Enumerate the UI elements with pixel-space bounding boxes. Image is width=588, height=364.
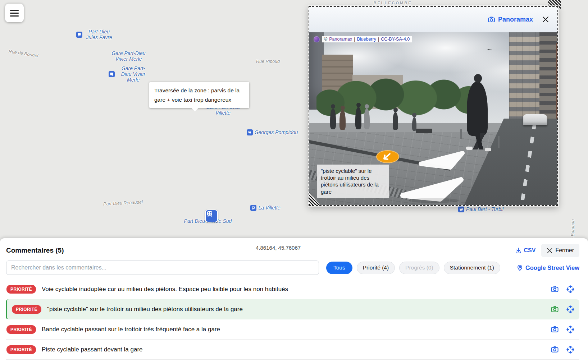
close-panel-button[interactable]: Fermer xyxy=(541,244,579,257)
hamburger-icon xyxy=(10,10,19,17)
panoramax-brand-label: Panoramax xyxy=(498,16,533,23)
comment-row[interactable]: PRIORITÉ Voie cyclable inadaptée car au … xyxy=(6,279,579,299)
locate-on-map-button[interactable] xyxy=(566,285,575,294)
search-input[interactable] xyxy=(6,261,319,275)
pedestrian-crossing-head xyxy=(474,74,482,83)
panorama-close-button[interactable] xyxy=(539,13,552,26)
comment-text: "piste cyclable" sur le trottoir au mili… xyxy=(47,306,546,313)
camera-icon xyxy=(488,16,495,23)
photo-bollard xyxy=(460,129,462,139)
photo-building xyxy=(509,32,541,125)
pedestrian xyxy=(364,109,370,129)
comment-text: Bande cyclable passant sur le trottoir t… xyxy=(42,326,546,333)
comments-title: Commentaires (5) xyxy=(6,246,64,254)
pedestrian xyxy=(339,110,346,130)
panoramax-header: Panoramax xyxy=(309,7,557,32)
filter-pill-progr-s: Progrès (0) xyxy=(399,262,439,274)
map-tooltip: Traversée de la zone : parvis de la gare… xyxy=(149,82,249,108)
photo-caption-text: "piste cyclable" sur le trottoir au mili… xyxy=(321,168,379,195)
menu-button[interactable] xyxy=(5,4,24,22)
attribution-separator: | xyxy=(378,37,379,42)
comments-list: PRIORITÉ Voie cyclable inadaptée car au … xyxy=(6,279,579,360)
comment-row[interactable]: PRIORITÉ "piste cyclable" sur le trottoi… xyxy=(6,299,579,319)
map-tooltip-text: Traversée de la zone : parvis de la gare… xyxy=(154,87,240,103)
photo-caption: "piste cyclable" sur le trottoir au mili… xyxy=(317,165,389,198)
priority-badge: PRIORITÉ xyxy=(6,285,36,294)
google-street-view-label: Google Street View xyxy=(525,264,579,271)
csv-download-button[interactable]: CSV xyxy=(515,247,536,254)
view-photo-button[interactable] xyxy=(550,285,559,294)
attribution-license-link[interactable]: CC-BY-SA-4.0 xyxy=(381,37,410,42)
photo-car xyxy=(523,114,547,125)
comments-panel-header: Commentaires (5) 4.86164, 45.76067 CSV F… xyxy=(6,243,579,258)
filter-pill-stationnement[interactable]: Stationnement (1) xyxy=(444,262,500,274)
close-icon xyxy=(542,15,550,23)
metro-station-icon xyxy=(205,209,218,222)
filter-pill-tous[interactable]: Tous xyxy=(326,262,352,274)
street-view-photo[interactable]: © Panoramax | Blueberry | CC-BY-SA-4.0 "… xyxy=(309,32,557,205)
photo-attribution: © Panoramax | Blueberry | CC-BY-SA-4.0 xyxy=(314,36,412,42)
close-icon xyxy=(547,248,553,254)
panoramax-brand-link[interactable]: Panoramax xyxy=(488,16,533,23)
map-coordinates: 4.86164, 45.76067 xyxy=(256,245,301,251)
comment-text: Piste cyclable passant devant la gare xyxy=(42,346,546,353)
priority-badge: PRIORITÉ xyxy=(12,305,41,314)
locate-on-map-button[interactable] xyxy=(566,305,575,314)
download-icon xyxy=(515,247,522,254)
pedestrian xyxy=(355,107,361,129)
panoramax-logo-icon xyxy=(314,36,320,42)
csv-label: CSV xyxy=(524,247,536,254)
photo-bollard xyxy=(498,136,500,148)
filter-pill-priorit[interactable]: Priorité (4) xyxy=(357,262,395,274)
nav-arrow-mid[interactable] xyxy=(417,149,468,170)
comments-panel: Commentaires (5) 4.86164, 45.76067 CSV F… xyxy=(0,238,588,364)
locate-on-map-button[interactable] xyxy=(566,325,575,334)
copyright-symbol: © xyxy=(324,37,327,42)
view-photo-button[interactable] xyxy=(550,345,559,354)
pedestrian xyxy=(330,109,336,129)
view-photo-button[interactable] xyxy=(550,325,559,334)
pedestrian-crossing xyxy=(467,82,488,136)
priority-badge: PRIORITÉ xyxy=(6,325,36,334)
photo-position-marker[interactable] xyxy=(375,149,400,164)
view-photo-button[interactable] xyxy=(550,305,559,314)
comment-row[interactable]: PRIORITÉ Piste cyclable passant devant l… xyxy=(6,340,579,360)
attribution-separator: | xyxy=(354,37,355,42)
google-street-view-link[interactable]: Google Street View xyxy=(516,264,579,271)
comment-text: Voie cyclable inadaptée car au milieu de… xyxy=(42,286,546,293)
pedestrian-shoe xyxy=(485,148,491,151)
locate-on-map-button[interactable] xyxy=(566,345,575,354)
filter-group: TousPriorité (4)Progrès (0)Stationnement… xyxy=(326,262,500,274)
comments-controls: TousPriorité (4)Progrès (0)Stationnement… xyxy=(6,260,579,276)
comment-row[interactable]: PRIORITÉ Bande cyclable passant sur le t… xyxy=(6,319,579,340)
panoramax-panel: Panoramax xyxy=(309,6,558,206)
close-panel-label: Fermer xyxy=(555,247,574,254)
pedestrian xyxy=(393,112,398,130)
photo-bench xyxy=(416,129,432,133)
nav-arrow-near[interactable] xyxy=(398,175,467,203)
priority-badge: PRIORITÉ xyxy=(6,345,36,354)
attribution-author-link[interactable]: Blueberry xyxy=(357,37,376,42)
location-pin-icon xyxy=(516,264,523,271)
pedestrian xyxy=(412,117,416,131)
attribution-source-link[interactable]: Panoramax xyxy=(329,37,352,42)
